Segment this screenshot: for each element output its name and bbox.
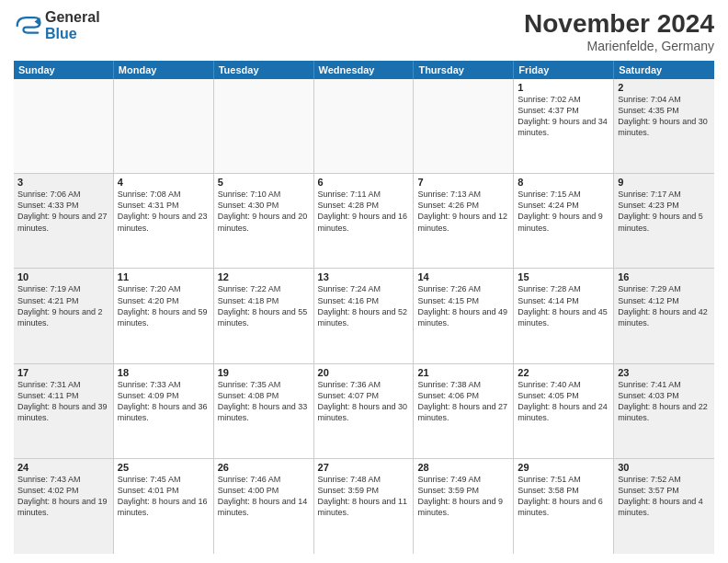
day-info: Sunrise: 7:41 AMSunset: 4:03 PMDaylight:… — [618, 379, 711, 424]
calendar-cell — [314, 79, 415, 173]
calendar-cell: 30Sunrise: 7:52 AMSunset: 3:57 PMDayligh… — [614, 459, 714, 554]
day-number: 22 — [518, 367, 609, 378]
day-info: Sunrise: 7:51 AMSunset: 3:58 PMDaylight:… — [518, 474, 609, 519]
calendar-header: SundayMondayTuesdayWednesdayThursdayFrid… — [14, 61, 714, 79]
day-info: Sunrise: 7:15 AMSunset: 4:24 PMDaylight:… — [518, 189, 609, 234]
day-number: 20 — [318, 367, 410, 378]
day-number: 4 — [118, 177, 210, 188]
day-info: Sunrise: 7:38 AMSunset: 4:06 PMDaylight:… — [417, 379, 509, 424]
day-info: Sunrise: 7:48 AMSunset: 3:59 PMDaylight:… — [318, 474, 410, 519]
title-block: November 2024 Marienfelde, Germany — [524, 9, 714, 53]
calendar-cell: 16Sunrise: 7:29 AMSunset: 4:12 PMDayligh… — [614, 269, 714, 362]
day-number: 13 — [318, 271, 410, 282]
day-number: 28 — [417, 462, 509, 473]
calendar-cell: 26Sunrise: 7:46 AMSunset: 4:00 PMDayligh… — [214, 459, 314, 554]
calendar-cell: 3Sunrise: 7:06 AMSunset: 4:33 PMDaylight… — [14, 174, 114, 268]
day-info: Sunrise: 7:22 AMSunset: 4:18 PMDaylight:… — [218, 283, 310, 328]
day-info: Sunrise: 7:10 AMSunset: 4:30 PMDaylight:… — [218, 189, 310, 234]
day-number: 12 — [218, 271, 310, 282]
day-info: Sunrise: 7:46 AMSunset: 4:00 PMDaylight:… — [218, 474, 310, 519]
day-info: Sunrise: 7:02 AMSunset: 4:37 PMDaylight:… — [518, 94, 609, 139]
location: Marienfelde, Germany — [524, 39, 714, 53]
day-number: 7 — [417, 177, 509, 188]
day-info: Sunrise: 7:29 AMSunset: 4:12 PMDaylight:… — [618, 283, 711, 328]
calendar-cell: 5Sunrise: 7:10 AMSunset: 4:30 PMDaylight… — [214, 174, 314, 268]
month-title: November 2024 — [524, 9, 714, 39]
calendar-header-friday: Friday — [514, 61, 614, 79]
logo-general-text: General — [45, 9, 100, 26]
calendar-cell: 29Sunrise: 7:51 AMSunset: 3:58 PMDayligh… — [514, 459, 614, 554]
day-number: 11 — [118, 271, 210, 282]
calendar-cell: 27Sunrise: 7:48 AMSunset: 3:59 PMDayligh… — [314, 459, 415, 554]
day-info: Sunrise: 7:08 AMSunset: 4:31 PMDaylight:… — [118, 189, 210, 234]
day-info: Sunrise: 7:06 AMSunset: 4:33 PMDaylight:… — [17, 189, 109, 234]
calendar-week-2: 3Sunrise: 7:06 AMSunset: 4:33 PMDaylight… — [14, 174, 714, 269]
day-info: Sunrise: 7:13 AMSunset: 4:26 PMDaylight:… — [417, 189, 509, 234]
calendar-header-thursday: Thursday — [414, 61, 514, 79]
calendar-header-tuesday: Tuesday — [214, 61, 314, 79]
calendar-cell: 8Sunrise: 7:15 AMSunset: 4:24 PMDaylight… — [514, 174, 614, 268]
day-number: 19 — [218, 367, 310, 378]
day-number: 16 — [618, 271, 711, 282]
calendar-cell: 28Sunrise: 7:49 AMSunset: 3:59 PMDayligh… — [414, 459, 514, 554]
calendar-cell: 21Sunrise: 7:38 AMSunset: 4:06 PMDayligh… — [414, 364, 514, 458]
logo: General Blue — [14, 9, 100, 41]
day-number: 23 — [618, 367, 711, 378]
calendar-header-saturday: Saturday — [614, 61, 714, 79]
calendar-cell: 11Sunrise: 7:20 AMSunset: 4:20 PMDayligh… — [114, 269, 214, 362]
day-number: 8 — [518, 177, 609, 188]
day-number: 29 — [518, 462, 609, 473]
day-info: Sunrise: 7:33 AMSunset: 4:09 PMDaylight:… — [118, 379, 210, 424]
day-info: Sunrise: 7:36 AMSunset: 4:07 PMDaylight:… — [318, 379, 410, 424]
day-number: 9 — [618, 177, 711, 188]
calendar-cell: 9Sunrise: 7:17 AMSunset: 4:23 PMDaylight… — [614, 174, 714, 268]
calendar-cell: 4Sunrise: 7:08 AMSunset: 4:31 PMDaylight… — [114, 174, 214, 268]
calendar-cell: 7Sunrise: 7:13 AMSunset: 4:26 PMDaylight… — [414, 174, 514, 268]
day-info: Sunrise: 7:43 AMSunset: 4:02 PMDaylight:… — [17, 474, 109, 519]
calendar-week-4: 17Sunrise: 7:31 AMSunset: 4:11 PMDayligh… — [14, 364, 714, 459]
calendar-cell: 20Sunrise: 7:36 AMSunset: 4:07 PMDayligh… — [314, 364, 415, 458]
day-info: Sunrise: 7:04 AMSunset: 4:35 PMDaylight:… — [618, 94, 711, 139]
day-number: 6 — [318, 177, 410, 188]
day-number: 27 — [318, 462, 410, 473]
day-number: 14 — [417, 271, 509, 282]
calendar-cell — [414, 79, 514, 173]
day-info: Sunrise: 7:11 AMSunset: 4:28 PMDaylight:… — [318, 189, 410, 234]
calendar-cell — [114, 79, 214, 173]
day-info: Sunrise: 7:49 AMSunset: 3:59 PMDaylight:… — [417, 474, 509, 519]
day-number: 2 — [618, 82, 711, 93]
day-number: 5 — [218, 177, 310, 188]
calendar-header-wednesday: Wednesday — [314, 61, 415, 79]
logo-icon — [14, 12, 41, 40]
day-number: 10 — [17, 271, 109, 282]
day-number: 21 — [417, 367, 509, 378]
calendar-cell — [214, 79, 314, 173]
calendar-cell — [14, 79, 114, 173]
day-info: Sunrise: 7:52 AMSunset: 3:57 PMDaylight:… — [618, 474, 711, 519]
calendar-cell: 17Sunrise: 7:31 AMSunset: 4:11 PMDayligh… — [14, 364, 114, 458]
day-info: Sunrise: 7:31 AMSunset: 4:11 PMDaylight:… — [17, 379, 109, 424]
day-number: 3 — [17, 177, 109, 188]
calendar-cell: 25Sunrise: 7:45 AMSunset: 4:01 PMDayligh… — [114, 459, 214, 554]
calendar-cell: 13Sunrise: 7:24 AMSunset: 4:16 PMDayligh… — [314, 269, 415, 362]
calendar-cell: 22Sunrise: 7:40 AMSunset: 4:05 PMDayligh… — [514, 364, 614, 458]
calendar-cell: 1Sunrise: 7:02 AMSunset: 4:37 PMDaylight… — [514, 79, 614, 173]
day-number: 30 — [618, 462, 711, 473]
calendar: SundayMondayTuesdayWednesdayThursdayFrid… — [14, 61, 714, 554]
logo-blue-text: Blue — [45, 26, 100, 42]
day-number: 15 — [518, 271, 609, 282]
calendar-cell: 12Sunrise: 7:22 AMSunset: 4:18 PMDayligh… — [214, 269, 314, 362]
day-info: Sunrise: 7:45 AMSunset: 4:01 PMDaylight:… — [118, 474, 210, 519]
calendar-cell: 19Sunrise: 7:35 AMSunset: 4:08 PMDayligh… — [214, 364, 314, 458]
calendar-cell: 10Sunrise: 7:19 AMSunset: 4:21 PMDayligh… — [14, 269, 114, 362]
calendar-header-sunday: Sunday — [14, 61, 114, 79]
day-number: 24 — [17, 462, 109, 473]
calendar-cell: 6Sunrise: 7:11 AMSunset: 4:28 PMDaylight… — [314, 174, 415, 268]
calendar-cell: 18Sunrise: 7:33 AMSunset: 4:09 PMDayligh… — [114, 364, 214, 458]
day-info: Sunrise: 7:28 AMSunset: 4:14 PMDaylight:… — [518, 283, 609, 328]
calendar-week-1: 1Sunrise: 7:02 AMSunset: 4:37 PMDaylight… — [14, 79, 714, 174]
day-info: Sunrise: 7:20 AMSunset: 4:20 PMDaylight:… — [118, 283, 210, 328]
calendar-cell: 2Sunrise: 7:04 AMSunset: 4:35 PMDaylight… — [614, 79, 714, 173]
day-number: 26 — [218, 462, 310, 473]
calendar-body: 1Sunrise: 7:02 AMSunset: 4:37 PMDaylight… — [14, 79, 714, 554]
